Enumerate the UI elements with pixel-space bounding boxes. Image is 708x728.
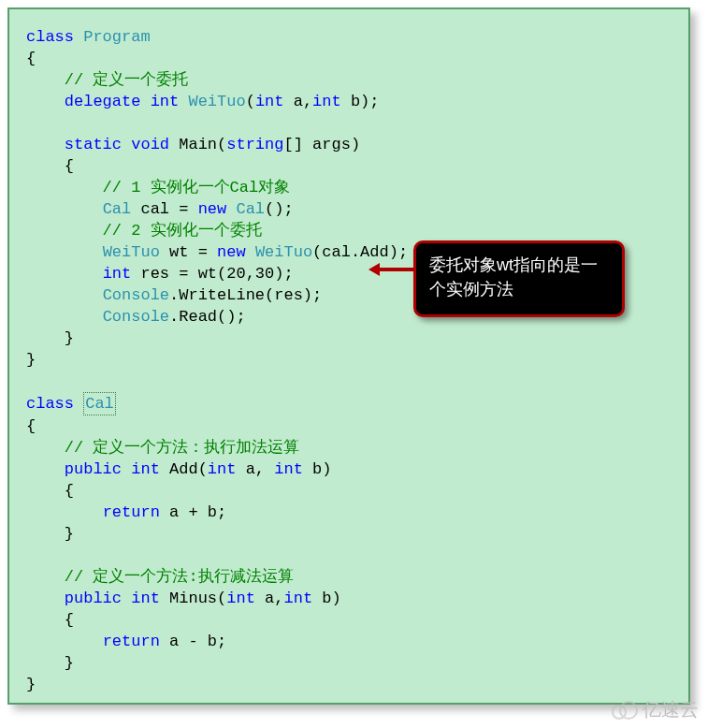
type-name: WeiTuo <box>188 93 245 110</box>
comment: // 定义一个方法：执行加法运算 <box>26 439 299 457</box>
code-text: { <box>26 157 74 175</box>
annotation-arrow-icon <box>378 268 413 271</box>
keyword: public <box>65 590 122 607</box>
code-text <box>122 136 131 153</box>
keyword: return <box>103 633 160 650</box>
code-text <box>26 200 103 218</box>
code-text <box>26 308 103 326</box>
code-text: Add( <box>160 460 208 478</box>
keyword: int <box>226 590 255 607</box>
screenshot-frame: class Program { // 定义一个委托 delegate int W… <box>0 0 708 728</box>
code-text <box>26 93 65 110</box>
keyword: int <box>131 460 160 478</box>
keyword: int <box>131 590 160 607</box>
code-block: class Program { // 定义一个委托 delegate int W… <box>26 26 679 695</box>
code-text <box>140 93 150 110</box>
code-text: (); <box>265 200 294 218</box>
code-text: { <box>26 50 36 67</box>
code-text <box>179 93 188 110</box>
type-name: WeiTuo <box>255 243 312 261</box>
type-name: Program <box>74 28 151 46</box>
comment: // 2 实例化一个委托 <box>26 222 262 240</box>
type-name: Cal <box>236 200 265 218</box>
code-text: a - b; <box>160 633 226 650</box>
code-card: class Program { // 定义一个委托 delegate int W… <box>7 7 690 705</box>
code-text <box>26 286 103 304</box>
svg-point-1 <box>620 702 637 719</box>
code-text <box>26 633 103 650</box>
code-text: } <box>26 654 74 672</box>
comment: // 1 实例化一个Cal对象 <box>26 179 290 197</box>
keyword: int <box>208 460 237 478</box>
code-text <box>26 243 103 261</box>
type-name: Console <box>103 308 169 326</box>
code-text: res = wt(20,30); <box>131 265 293 283</box>
code-text <box>122 460 131 478</box>
keyword: class <box>26 28 74 46</box>
keyword: return <box>103 503 160 521</box>
keyword: new <box>198 200 227 218</box>
code-text: [] args) <box>283 136 360 153</box>
keyword: class <box>26 395 74 413</box>
code-text: } <box>26 351 36 369</box>
watermark-text: 亿速云 <box>643 697 699 722</box>
code-text: .WriteLine(res); <box>169 286 322 304</box>
keyword: int <box>151 93 180 110</box>
keyword: int <box>283 590 312 607</box>
code-text: Minus( <box>160 590 226 607</box>
code-text <box>26 136 65 153</box>
type-name: Console <box>103 286 169 304</box>
keyword: int <box>255 93 284 110</box>
keyword: int <box>274 460 303 478</box>
code-text: wt = <box>160 243 217 261</box>
annotation-callout: 委托对象wt指向的是一个实例方法 <box>413 240 625 317</box>
comment: // 定义一个方法:执行减法运算 <box>26 568 294 586</box>
code-text <box>26 265 103 283</box>
code-text: a, <box>283 93 312 110</box>
code-text <box>246 243 255 261</box>
type-name: Cal <box>85 395 114 413</box>
keyword: int <box>103 265 132 283</box>
code-text: b) <box>312 590 341 607</box>
keyword: void <box>131 136 169 153</box>
code-text: { <box>26 417 36 435</box>
code-text <box>26 460 65 478</box>
keyword: new <box>217 243 246 261</box>
keyword: static <box>65 136 122 153</box>
code-text: cal = <box>131 200 197 218</box>
code-text: ( <box>246 93 255 110</box>
keyword: delegate <box>65 93 141 110</box>
annotation-text: 委托对象wt指向的是一个实例方法 <box>429 255 598 298</box>
comment: // 定义一个委托 <box>26 71 188 89</box>
code-text: } <box>26 676 36 693</box>
code-text: Main( <box>169 136 226 153</box>
keyword: public <box>65 460 122 478</box>
keyword: int <box>312 93 341 110</box>
keyword: string <box>226 136 283 153</box>
code-text <box>226 200 236 218</box>
type-name: Cal <box>103 200 132 218</box>
code-text: b) <box>303 460 332 478</box>
watermark: 亿速云 <box>609 697 699 722</box>
code-text: { <box>26 611 74 629</box>
code-text <box>26 590 65 607</box>
code-text: b); <box>341 93 380 110</box>
type-name: WeiTuo <box>103 243 160 261</box>
code-text: .Read(); <box>169 308 246 326</box>
code-text <box>74 395 83 413</box>
code-text <box>122 590 131 607</box>
code-text: } <box>26 525 74 543</box>
watermark-cloud-icon <box>609 700 639 721</box>
code-text: a, <box>255 590 284 607</box>
code-text: (cal.Add); <box>312 243 408 261</box>
code-text: { <box>26 482 74 500</box>
code-text: } <box>26 329 74 347</box>
code-text: a, <box>236 460 274 478</box>
code-text: a + b; <box>160 503 226 521</box>
cursor-box: Cal <box>83 392 116 415</box>
code-text <box>26 503 103 521</box>
